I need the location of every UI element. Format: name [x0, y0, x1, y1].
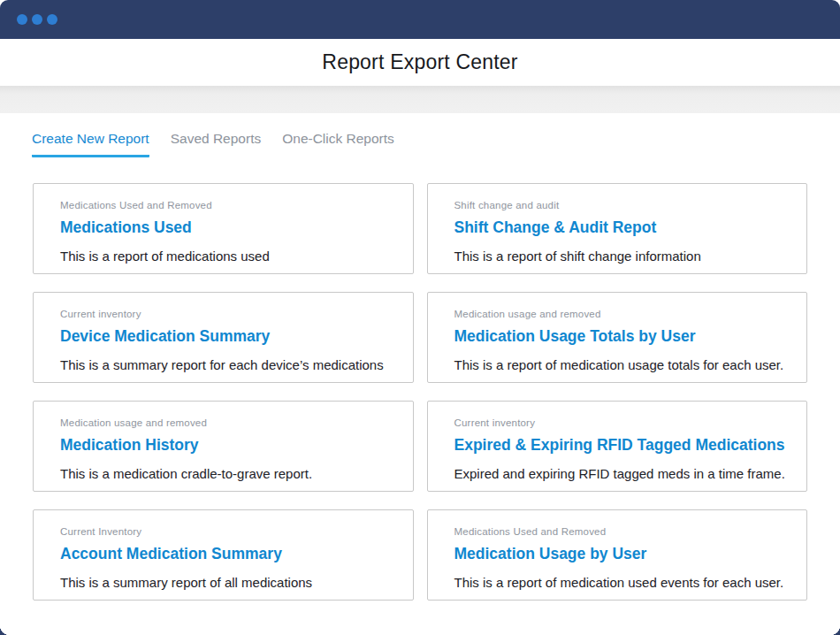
report-card-category: Current inventory [454, 417, 790, 428]
report-card-grid: Medications Used and RemovedMedications … [33, 183, 807, 601]
report-card-description: This is a summary report of all medicati… [60, 575, 395, 590]
window-title-bar [0, 0, 840, 39]
report-card-description: This is a medication cradle-to-grave rep… [60, 466, 395, 481]
report-card-category: Medications Used and Removed [60, 200, 395, 210]
report-card-category: Medication usage and removed [60, 417, 395, 428]
report-card-category: Medications Used and Removed [454, 526, 790, 537]
report-card[interactable]: Medication usage and removedMedication H… [33, 401, 414, 492]
window-dot-icon[interactable] [17, 14, 27, 25]
bottom-right-corner-wedge [831, 626, 840, 635]
report-card-title[interactable]: Medication Usage Totals by User [454, 327, 790, 346]
report-card-category: Current Inventory [60, 526, 395, 537]
window-dot-icon[interactable] [32, 14, 42, 25]
tab-create-new-report[interactable]: Create New Report [32, 131, 149, 157]
report-card-title[interactable]: Medications Used [60, 218, 395, 237]
report-card-title[interactable]: Shift Change & Audit Repot [454, 218, 790, 237]
report-card-title[interactable]: Medication History [60, 436, 395, 455]
report-card-title[interactable]: Expired & Expiring RFID Tagged Medicatio… [454, 436, 790, 455]
report-tabs: Create New ReportSaved ReportsOne-Click … [32, 131, 807, 157]
window-controls [17, 14, 57, 25]
report-card-title[interactable]: Account Medication Summary [60, 545, 395, 563]
report-card-title[interactable]: Device Medication Summary [60, 327, 395, 346]
report-card[interactable]: Current InventoryAccount Medication Summ… [33, 509, 414, 601]
report-card-description: Expired and expiring RFID tagged meds in… [454, 466, 790, 481]
report-card[interactable]: Medications Used and RemovedMedications … [33, 183, 414, 274]
report-card[interactable]: Medication usage and removedMedication U… [427, 292, 808, 383]
tab-one-click-reports[interactable]: One-Click Reports [282, 131, 394, 157]
tab-saved-reports[interactable]: Saved Reports [171, 131, 262, 157]
report-card-description: This is a summary report for each device… [60, 357, 395, 372]
bottom-left-corner-wedge [0, 626, 9, 635]
report-card-category: Current inventory [60, 309, 395, 319]
header-shadow-band [0, 86, 840, 113]
report-card[interactable]: Medications Used and RemovedMedication U… [427, 509, 808, 601]
report-card-category: Shift change and audit [454, 200, 790, 210]
report-card-description: This is a report of shift change informa… [454, 249, 790, 264]
report-card-description: This is a report of medication usage tot… [454, 357, 790, 372]
window-dot-icon[interactable] [47, 14, 57, 25]
page-title: Report Export Center [322, 50, 517, 74]
report-card-description: This is a report of medications used [60, 249, 395, 264]
report-card[interactable]: Shift change and auditShift Change & Aud… [427, 183, 808, 274]
report-card[interactable]: Current inventoryDevice Medication Summa… [33, 292, 414, 383]
report-card[interactable]: Current inventoryExpired & Expiring RFID… [427, 401, 808, 492]
page-header: Report Export Center [0, 39, 840, 86]
report-card-description: This is a report of medication used even… [454, 575, 790, 590]
report-card-category: Medication usage and removed [454, 309, 790, 319]
report-card-title[interactable]: Medication Usage by User [454, 545, 790, 563]
